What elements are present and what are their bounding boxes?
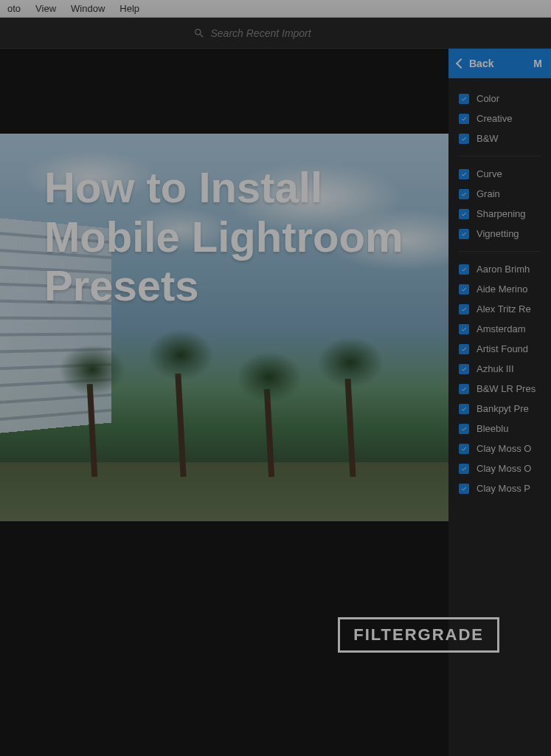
preset-checkbox[interactable] (459, 344, 469, 354)
checkmark-icon (461, 286, 467, 292)
ground-graphic (0, 462, 448, 521)
preset-label: Alex Tritz Re (477, 303, 531, 315)
preset-item[interactable]: Color (459, 89, 541, 109)
preset-checkbox[interactable] (459, 404, 469, 414)
preset-item[interactable]: Clay Moss O (459, 458, 541, 478)
preset-item[interactable]: Creative (459, 109, 541, 128)
checkmark-icon (461, 366, 467, 372)
preset-item[interactable]: Bankpyt Pre (459, 399, 541, 419)
menu-item-help[interactable]: Help (119, 3, 139, 14)
checkmark-icon (461, 326, 467, 332)
preset-list: ColorCreativeB&W CurveGrainSharpeningVig… (448, 78, 551, 509)
palm-graphic (74, 344, 111, 477)
checkmark-icon (461, 346, 467, 352)
preset-item[interactable]: Vignetting (459, 224, 541, 244)
preset-label: Grain (477, 188, 500, 199)
preset-label: Clay Moss O (477, 463, 531, 474)
search-bar (0, 18, 551, 49)
preset-label: Curve (477, 168, 502, 179)
preset-label: Color (477, 93, 499, 104)
preset-label: Amsterdam (477, 323, 525, 334)
preset-item[interactable]: Curve (459, 164, 541, 184)
preset-item[interactable]: Aaron Brimh (459, 259, 541, 279)
preset-checkbox[interactable] (459, 324, 469, 334)
palm-graphic (162, 329, 199, 477)
preset-item[interactable]: Bleeblu (459, 419, 541, 439)
preset-label: Creative (477, 113, 512, 124)
checkmark-icon (461, 136, 467, 142)
search-icon (193, 27, 205, 39)
preset-label: B&W LR Pres (477, 383, 536, 394)
preset-item[interactable]: Grain (459, 184, 541, 204)
checkmark-icon (461, 116, 467, 122)
preset-checkbox[interactable] (459, 189, 469, 199)
preset-item[interactable]: Amsterdam (459, 319, 541, 339)
preset-divider (459, 156, 541, 157)
preset-item[interactable]: B&W LR Pres (459, 379, 541, 399)
preset-checkbox[interactable] (459, 169, 469, 179)
preset-checkbox[interactable] (459, 484, 469, 494)
menu-item-window[interactable]: Window (71, 3, 105, 14)
preset-item[interactable]: Clay Moss P (459, 478, 541, 498)
checkmark-icon (461, 191, 467, 197)
checkmark-icon (461, 486, 467, 492)
header-right-label: M (533, 58, 542, 69)
palm-graphic (332, 337, 369, 477)
preset-checkbox[interactable] (459, 444, 469, 454)
preset-item[interactable]: Azhuk III (459, 359, 541, 379)
preset-label: Vignetting (477, 228, 519, 239)
checkmark-icon (461, 466, 467, 472)
preset-label: Artist Found (477, 343, 528, 354)
preset-label: Aide Merino (477, 284, 527, 295)
checkmark-icon (461, 406, 467, 412)
preset-checkbox[interactable] (459, 464, 469, 474)
preset-label: B&W (477, 133, 499, 144)
preset-label: Aaron Brimh (477, 264, 530, 275)
checkmark-icon (461, 386, 467, 392)
preset-checkbox[interactable] (459, 364, 469, 374)
back-label: Back (469, 58, 493, 69)
title-overlay: How to Install Mobile Lightroom Presets (44, 163, 448, 311)
checkmark-icon (461, 231, 467, 237)
preset-checkbox[interactable] (459, 264, 469, 275)
back-button[interactable]: Back M (448, 49, 551, 78)
preset-label: Clay Moss O (477, 443, 531, 454)
preset-item[interactable]: Clay Moss O (459, 439, 541, 458)
image-preview[interactable]: How to Install Mobile Lightroom Presets (0, 134, 448, 521)
menu-item-view[interactable]: View (35, 3, 56, 14)
preset-divider (459, 251, 541, 252)
preset-checkbox[interactable] (459, 304, 469, 315)
preset-label: Bleeblu (477, 423, 508, 434)
preset-item[interactable]: Aide Merino (459, 279, 541, 299)
preset-item[interactable]: Sharpening (459, 204, 541, 224)
preset-item[interactable]: B&W (459, 128, 541, 148)
checkmark-icon (461, 211, 467, 217)
preset-checkbox[interactable] (459, 94, 469, 104)
checkmark-icon (461, 96, 467, 102)
search-input[interactable] (211, 27, 358, 39)
preset-checkbox[interactable] (459, 114, 469, 124)
preset-label: Sharpening (477, 208, 526, 219)
preset-label: Azhuk III (477, 363, 514, 374)
preset-checkbox[interactable] (459, 424, 469, 434)
menu-item-photo[interactable]: oto (7, 3, 21, 14)
preset-label: Bankpyt Pre (477, 403, 529, 414)
checkmark-icon (461, 267, 467, 272)
preset-checkbox[interactable] (459, 209, 469, 219)
preset-item[interactable]: Artist Found (459, 339, 541, 359)
preset-item[interactable]: Alex Tritz Re (459, 299, 541, 319)
palm-graphic (251, 351, 288, 477)
checkmark-icon (461, 426, 467, 432)
preset-checkbox[interactable] (459, 384, 469, 394)
preset-label: Clay Moss P (477, 483, 530, 494)
preset-checkbox[interactable] (459, 284, 469, 295)
chevron-left-icon (456, 58, 466, 69)
checkmark-icon (461, 171, 467, 177)
filtergrade-logo: FILTERGRADE (338, 617, 499, 653)
checkmark-icon (461, 306, 467, 312)
menu-bar: oto View Window Help (0, 0, 551, 18)
preset-checkbox[interactable] (459, 229, 469, 239)
preset-checkbox[interactable] (459, 134, 469, 144)
checkmark-icon (461, 446, 467, 452)
